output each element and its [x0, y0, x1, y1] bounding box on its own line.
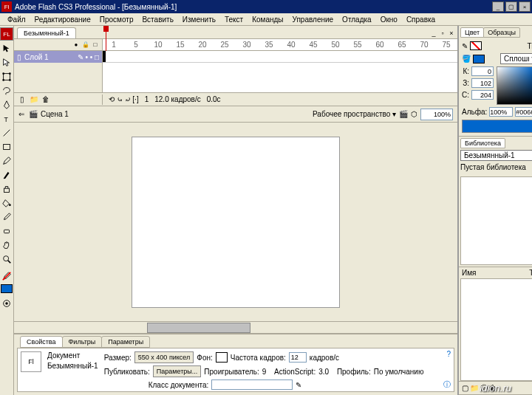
- zoom-input[interactable]: [420, 109, 453, 120]
- pencil-stroke-icon[interactable]: ✎: [462, 42, 468, 50]
- titlebar: Fl Adobe Flash CS3 Professional - [Безым…: [0, 0, 532, 13]
- alpha-input[interactable]: [489, 107, 513, 117]
- library-list[interactable]: [460, 278, 532, 381]
- eyedropper-tool[interactable]: [0, 210, 13, 224]
- text-tool[interactable]: T: [0, 112, 13, 126]
- back-icon[interactable]: ⇐: [18, 110, 24, 118]
- svg-rect-10: [4, 230, 10, 233]
- edit-scene-icon[interactable]: 🎬: [399, 110, 408, 118]
- doc-restore-icon[interactable]: ▫: [438, 30, 447, 38]
- document-class-input[interactable]: [211, 379, 293, 390]
- minimize-button[interactable]: _: [492, 1, 504, 12]
- frames-track[interactable]: [103, 51, 457, 63]
- delete-layer-button[interactable]: 🗑: [41, 95, 51, 105]
- playhead[interactable]: [106, 27, 106, 51]
- svg-line-13: [3, 272, 11, 281]
- publish-settings-button[interactable]: Параметры...: [153, 365, 201, 377]
- zoom-tool[interactable]: [0, 253, 13, 266]
- svg-rect-7: [4, 145, 10, 150]
- menu-help[interactable]: Справка: [402, 15, 440, 24]
- brush-tool[interactable]: [0, 168, 13, 182]
- color-picker[interactable]: [497, 66, 532, 105]
- edit-symbol-icon[interactable]: ⬡: [411, 110, 417, 118]
- visibility-icon[interactable]: ●: [72, 41, 80, 48]
- tab-parameters[interactable]: Параметры: [101, 336, 150, 348]
- snap-option[interactable]: [0, 297, 13, 310]
- flash-logo: FL: [0, 27, 13, 41]
- document-tab[interactable]: Безымянный-1: [17, 27, 76, 38]
- eraser-tool[interactable]: [0, 224, 13, 238]
- scene-crumb[interactable]: 🎬 Сцена 1: [29, 110, 69, 118]
- lasso-tool[interactable]: [0, 84, 13, 97]
- color-panel: Цвет Образцы ✎ Тип: 🪣 Сплошной К: З: [459, 26, 532, 137]
- edit-class-icon[interactable]: ✎: [296, 381, 301, 389]
- frame-ruler[interactable]: 151015202530354045505560657075: [103, 39, 457, 50]
- stroke-color[interactable]: [0, 269, 13, 283]
- doc-minimize-icon[interactable]: _: [429, 30, 438, 38]
- svg-point-4: [9, 79, 11, 81]
- outline-icon[interactable]: □: [92, 41, 99, 48]
- framerate-input[interactable]: [289, 352, 307, 363]
- bucket-fill-icon[interactable]: 🪣: [462, 55, 471, 63]
- tab-color[interactable]: Цвет: [460, 27, 484, 38]
- bg-color-swatch[interactable]: [216, 352, 228, 363]
- library-doc-select[interactable]: Безымянный-1: [460, 150, 532, 161]
- maximize-button[interactable]: ▢: [505, 1, 517, 12]
- tab-swatches[interactable]: Образцы: [483, 27, 520, 38]
- menu-insert[interactable]: Вставить: [137, 15, 177, 24]
- scroll-thumb[interactable]: [147, 323, 250, 333]
- menu-debug[interactable]: Отладка: [338, 15, 376, 24]
- library-columns: Имя Тип: [459, 267, 532, 278]
- tab-library[interactable]: Библиотека: [460, 138, 505, 148]
- tab-properties[interactable]: Свойства: [20, 336, 63, 348]
- menu-commands[interactable]: Команды: [248, 15, 287, 24]
- info-icon[interactable]: ⓘ: [443, 379, 451, 390]
- workspace-menu[interactable]: Рабочее пространство ▾: [313, 110, 396, 118]
- svg-rect-0: [4, 74, 10, 80]
- new-layer-button[interactable]: ▯: [17, 95, 27, 105]
- green-input[interactable]: [471, 78, 494, 88]
- help-icon[interactable]: ?: [446, 350, 451, 358]
- red-input[interactable]: [471, 66, 494, 76]
- doc-close-icon[interactable]: ×: [447, 30, 456, 38]
- timeline-panel: ● 🔒 □ 151015202530354045505560657075 ▯ С…: [14, 39, 457, 106]
- layer-row[interactable]: ▯ Слой 1 ✎ • • □: [14, 51, 103, 63]
- svg-point-9: [9, 204, 11, 206]
- hand-tool[interactable]: [0, 238, 13, 252]
- pen-tool[interactable]: [0, 98, 13, 111]
- stage-area[interactable]: [14, 123, 457, 321]
- menu-text[interactable]: Текст: [220, 15, 248, 24]
- line-tool[interactable]: [0, 126, 13, 140]
- new-folder-button[interactable]: 📁: [29, 95, 39, 105]
- fill-type-select[interactable]: Сплошной: [500, 53, 532, 64]
- svg-line-12: [8, 261, 11, 264]
- library-panel: Библиотека Безымянный-1 Пустая библиотек…: [459, 137, 532, 395]
- stage[interactable]: [132, 137, 339, 307]
- pencil-tool[interactable]: [0, 154, 13, 168]
- paint-bucket-tool[interactable]: [0, 196, 13, 210]
- free-transform-tool[interactable]: [0, 70, 13, 83]
- menu-file[interactable]: Файл: [3, 15, 30, 24]
- lock-icon[interactable]: 🔒: [82, 41, 89, 48]
- hex-input[interactable]: [515, 107, 532, 117]
- menu-control[interactable]: Управление: [288, 15, 338, 24]
- close-button[interactable]: ×: [519, 1, 531, 12]
- menu-window[interactable]: Окно: [376, 15, 402, 24]
- blue-input[interactable]: [471, 90, 494, 100]
- selection-tool[interactable]: [0, 42, 13, 55]
- layer-name: Слой 1: [24, 53, 49, 61]
- svg-rect-8: [4, 188, 10, 192]
- doc-type-label: Документ: [47, 351, 98, 360]
- menu-view[interactable]: Просмотр: [95, 15, 138, 24]
- menu-edit[interactable]: Редактирование: [30, 15, 95, 24]
- menu-modify[interactable]: Изменить: [178, 15, 220, 24]
- rectangle-tool[interactable]: [0, 140, 13, 154]
- subselection-tool[interactable]: [0, 56, 13, 69]
- new-folder-button[interactable]: 📁: [470, 384, 479, 392]
- fill-color[interactable]: [1, 284, 13, 293]
- horizontal-scrollbar[interactable]: [14, 321, 457, 333]
- size-button[interactable]: 550 x 400 пиксел: [134, 351, 194, 363]
- tab-filters[interactable]: Фильтры: [62, 336, 103, 348]
- ink-bottle-tool[interactable]: [0, 182, 13, 196]
- new-symbol-button[interactable]: ▢: [462, 384, 468, 392]
